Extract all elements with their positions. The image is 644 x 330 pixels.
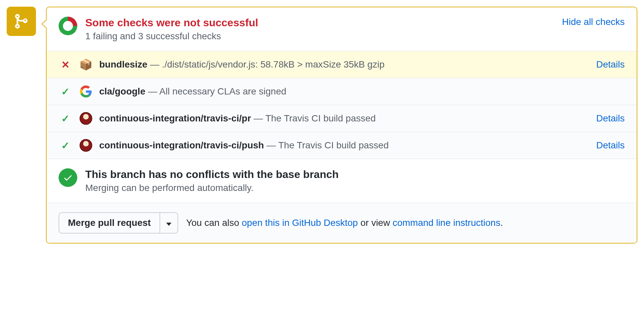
check-icon (63, 173, 73, 183)
travis-icon (79, 139, 93, 152)
status-icon: ✓ (59, 113, 72, 124)
check-name: cla/google (99, 86, 145, 96)
details-link[interactable]: Details (596, 113, 625, 124)
check-name: bundlesize (99, 59, 148, 70)
check-description: continuous-integration/travis-ci/pr — Th… (99, 113, 591, 124)
open-desktop-link[interactable]: open this in GitHub Desktop (242, 218, 358, 228)
check-name: continuous-integration/travis-ci/push (99, 140, 264, 150)
status-icon: ✓ (59, 86, 72, 97)
check-row: ✓continuous-integration/travis-ci/pr — T… (47, 105, 637, 132)
details-link[interactable]: Details (596, 140, 625, 151)
details-link[interactable]: Details (596, 59, 625, 70)
x-icon: ✕ (61, 59, 70, 70)
status-donut-icon (59, 17, 77, 35)
merge-conflict-status: This branch has no conflicts with the ba… (47, 159, 637, 203)
status-icon: ✓ (59, 140, 72, 151)
merge-status-subtitle: Merging can be performed automatically. (85, 183, 339, 193)
checks-header: Some checks were not successful 1 failin… (47, 7, 637, 51)
caret-down-icon (166, 223, 171, 226)
git-merge-icon (13, 13, 30, 30)
check-icon: ✓ (61, 140, 70, 151)
merge-hint-text: You can also open this in GitHub Desktop… (186, 218, 503, 228)
checks-title: Some checks were not successful (85, 17, 562, 29)
check-description: continuous-integration/travis-ci/push — … (99, 140, 591, 151)
success-circle-icon (59, 168, 77, 187)
merge-actions: Merge pull request You can also open thi… (47, 203, 637, 243)
check-icon: ✓ (61, 113, 70, 124)
check-row: ✓continuous-integration/travis-ci/push —… (47, 132, 637, 159)
merge-pull-request-button[interactable]: Merge pull request (59, 212, 160, 234)
status-icon: ✕ (59, 59, 72, 71)
check-description: cla/google — All necessary CLAs are sign… (99, 86, 625, 97)
merge-options-dropdown[interactable] (160, 212, 178, 234)
merge-status-title: This branch has no conflicts with the ba… (85, 168, 339, 181)
check-row: ✕📦bundlesize — ./dist/static/js/vendor.j… (47, 51, 637, 78)
merge-status-box: Some checks were not successful 1 failin… (46, 7, 637, 244)
travis-icon (79, 112, 93, 125)
package-icon: 📦 (79, 58, 93, 71)
check-row: ✓cla/google — All necessary CLAs are sig… (47, 78, 637, 105)
timeline-merge-badge (7, 7, 36, 36)
checks-subtitle: 1 failing and 3 successful checks (85, 31, 562, 42)
cli-instructions-link[interactable]: command line instructions (393, 218, 500, 228)
google-icon (79, 85, 93, 98)
toggle-checks-link[interactable]: Hide all checks (562, 17, 625, 27)
check-name: continuous-integration/travis-ci/pr (99, 113, 251, 123)
check-icon: ✓ (61, 86, 70, 97)
check-description: bundlesize — ./dist/static/js/vendor.js:… (99, 59, 591, 70)
